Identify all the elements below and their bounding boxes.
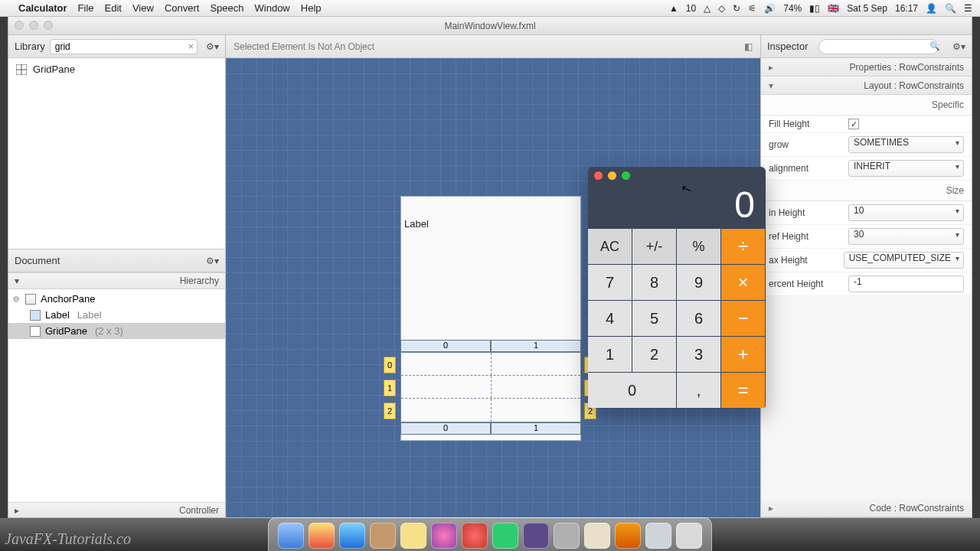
tree-row-gridpane[interactable]: GridPane (2 x 3)	[8, 323, 225, 339]
library-item-gridpane[interactable]: GridPane	[8, 61, 225, 77]
search-icon[interactable]: 🔍	[929, 41, 940, 51]
disclosure-icon[interactable]: ▾	[769, 80, 773, 91]
menu-help[interactable]: Help	[301, 2, 322, 14]
dock-textedit-icon[interactable]	[584, 523, 610, 549]
calc-titlebar[interactable]	[588, 167, 766, 184]
calculator-window[interactable]: 0 AC+/-%÷789×456−123+0,=	[588, 167, 766, 408]
dropbox-icon[interactable]: ◇	[718, 3, 725, 14]
menu-window[interactable]: Window	[255, 2, 290, 14]
col-footer[interactable]: 0	[400, 422, 491, 435]
calc-key-1[interactable]: 1	[588, 336, 632, 372]
preview-label[interactable]: Label	[404, 218, 429, 230]
calc-key-3[interactable]: 3	[677, 336, 721, 372]
volume-icon[interactable]: 🔊	[764, 3, 776, 14]
menubar-app[interactable]: Calculator	[18, 2, 67, 14]
dock-photos-icon[interactable]	[431, 523, 457, 549]
col-header[interactable]: 1	[491, 340, 581, 352]
col-header[interactable]: 0	[400, 340, 491, 352]
percent-height-field[interactable]: -1	[848, 276, 964, 292]
calc-key-[interactable]: ×	[721, 264, 766, 300]
calc-key-4[interactable]: 4	[588, 300, 632, 336]
calc-key-[interactable]: ,	[677, 372, 721, 408]
menu-convert[interactable]: Convert	[165, 2, 200, 14]
pref-height-field[interactable]: 30	[848, 228, 964, 245]
calc-key-9[interactable]: 9	[677, 264, 721, 300]
timemachine-icon[interactable]: ↻	[733, 3, 740, 14]
flag-icon[interactable]: 🇬🇧	[828, 3, 839, 14]
valignment-combo[interactable]: INHERIT	[848, 160, 964, 177]
calc-key-ac[interactable]: AC	[588, 228, 632, 264]
dock-itunes-icon[interactable]	[462, 523, 488, 549]
calc-key-[interactable]: +/-	[632, 228, 677, 264]
fill-height-checkbox[interactable]: ✓	[848, 119, 859, 129]
notifications-icon[interactable]: ☰	[964, 3, 972, 14]
menubar-date[interactable]: Sat 5 Sep	[847, 3, 887, 14]
dock-mail-icon[interactable]	[645, 523, 671, 549]
row-tag[interactable]: 1	[384, 380, 396, 396]
tree-row-anchorpane[interactable]: ⊖ AnchorPane	[8, 291, 225, 307]
clear-search-icon[interactable]: ×	[188, 41, 194, 52]
wifi-icon[interactable]: ⚟	[748, 3, 756, 14]
menu-edit[interactable]: Edit	[105, 2, 122, 14]
menu-speech[interactable]: Speech	[210, 2, 243, 14]
dock-finder-icon[interactable]	[278, 523, 304, 549]
calc-key-8[interactable]: 8	[632, 264, 677, 300]
calc-key-5[interactable]: 5	[632, 300, 677, 336]
disclose-icon[interactable]: ⊖	[13, 295, 21, 303]
calc-key-[interactable]: =	[721, 372, 766, 408]
calc-key-0[interactable]: 0	[588, 372, 677, 408]
disclosure-icon[interactable]: ▸	[15, 505, 19, 516]
zoom-icon[interactable]	[622, 171, 630, 180]
dock-eclipse-icon[interactable]	[523, 523, 549, 549]
calc-key-6[interactable]: 6	[677, 300, 721, 336]
spotlight-icon[interactable]: 🔍	[945, 3, 956, 14]
user-icon[interactable]: 👤	[926, 3, 937, 14]
menu-file[interactable]: File	[78, 2, 94, 14]
section-layout[interactable]: ▾ Layout : RowConstraints	[761, 77, 972, 95]
minimize-icon[interactable]	[608, 171, 616, 180]
row-tag[interactable]: 2	[384, 403, 396, 419]
disclosure-icon[interactable]: ▸	[769, 62, 773, 73]
vgrow-combo[interactable]: SOMETIMES	[848, 136, 964, 153]
menu-view[interactable]: View	[132, 2, 154, 14]
dock-chrome-icon[interactable]	[309, 523, 335, 549]
calc-key-[interactable]: +	[721, 336, 766, 372]
calc-key-[interactable]: %	[677, 228, 721, 264]
window-titlebar[interactable]: MainWindowView.fxml	[8, 17, 972, 35]
dock-trash-icon[interactable]	[676, 523, 702, 549]
battery-pct[interactable]: 74%	[783, 3, 802, 14]
inspector-search-input[interactable]	[818, 39, 939, 54]
calc-key-2[interactable]: 2	[632, 336, 677, 372]
min-height-field[interactable]: 10	[848, 204, 964, 221]
dock-notes-icon[interactable]	[400, 523, 426, 549]
section-code[interactable]: ▸ Code : RowConstraints	[761, 499, 972, 517]
dock-contacts-icon[interactable]	[370, 523, 396, 549]
dock-safari-icon[interactable]	[339, 523, 365, 549]
dock-quicktime-icon[interactable]	[554, 523, 580, 549]
calc-key-[interactable]: −	[721, 300, 766, 336]
close-icon[interactable]	[594, 171, 603, 180]
max-height-field[interactable]: USE_COMPUTED_SIZE	[844, 252, 964, 269]
dock-evernote-icon[interactable]	[492, 523, 518, 549]
disclosure-icon[interactable]: ▾	[15, 276, 19, 286]
col-footer[interactable]: 1	[491, 422, 581, 435]
adobe-icon[interactable]: ▲	[669, 3, 678, 14]
preview-gridpane[interactable]	[400, 352, 581, 422]
tree-row-label[interactable]: Label Label	[8, 307, 225, 323]
inspector-gear-icon[interactable]: ⚙▾	[952, 41, 965, 52]
css-analyzer-icon[interactable]: ◧	[744, 41, 753, 52]
window-traffic[interactable]	[15, 21, 53, 30]
document-gear-icon[interactable]: ⚙▾	[206, 256, 219, 266]
hierarchy-subheader[interactable]: ▾ Hierarchy	[8, 272, 225, 289]
library-search-input[interactable]	[50, 39, 198, 54]
drive-icon[interactable]: △	[704, 3, 710, 14]
menubar-time[interactable]: 16:17	[895, 3, 918, 14]
disclosure-icon[interactable]: ▸	[769, 503, 773, 514]
section-properties[interactable]: ▸ Properties : RowConstraints	[761, 58, 972, 77]
controller-subheader[interactable]: ▸ Controller	[8, 502, 225, 517]
calc-key-7[interactable]: 7	[588, 264, 632, 300]
row-tag[interactable]: 0	[384, 357, 396, 373]
calc-key-[interactable]: ÷	[721, 228, 766, 264]
library-gear-icon[interactable]: ⚙▾	[206, 41, 219, 52]
dock-app-icon[interactable]	[615, 523, 641, 549]
